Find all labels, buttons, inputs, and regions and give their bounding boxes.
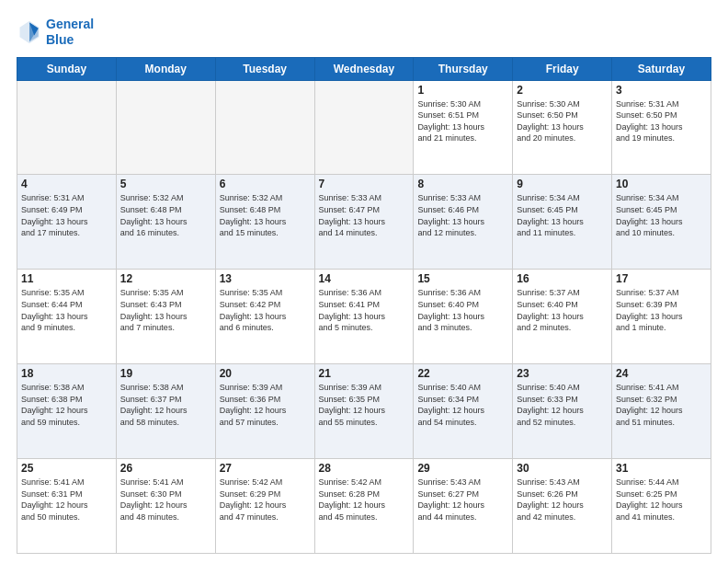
day-info: Sunrise: 5:35 AM Sunset: 6:44 PM Dayligh… (21, 287, 112, 333)
day-number: 2 (517, 84, 608, 97)
calendar-cell: 9Sunrise: 5:34 AM Sunset: 6:45 PM Daylig… (513, 175, 612, 270)
day-info: Sunrise: 5:31 AM Sunset: 6:49 PM Dayligh… (21, 192, 112, 238)
calendar-week-4: 18Sunrise: 5:38 AM Sunset: 6:38 PM Dayli… (17, 364, 711, 459)
day-info: Sunrise: 5:40 AM Sunset: 6:34 PM Dayligh… (417, 382, 508, 428)
day-info: Sunrise: 5:34 AM Sunset: 6:45 PM Dayligh… (517, 192, 608, 238)
day-info: Sunrise: 5:36 AM Sunset: 6:41 PM Dayligh… (319, 287, 410, 333)
calendar-week-2: 4Sunrise: 5:31 AM Sunset: 6:49 PM Daylig… (17, 175, 711, 270)
day-number: 19 (120, 367, 211, 380)
calendar-cell: 20Sunrise: 5:39 AM Sunset: 6:36 PM Dayli… (215, 364, 314, 459)
calendar-cell: 2Sunrise: 5:30 AM Sunset: 6:50 PM Daylig… (513, 80, 612, 175)
day-number: 14 (319, 272, 410, 285)
day-info: Sunrise: 5:41 AM Sunset: 6:32 PM Dayligh… (616, 382, 707, 428)
day-header-friday: Friday (513, 57, 612, 80)
day-info: Sunrise: 5:30 AM Sunset: 6:50 PM Dayligh… (517, 98, 608, 144)
day-info: Sunrise: 5:39 AM Sunset: 6:35 PM Dayligh… (319, 382, 410, 428)
day-number: 15 (417, 272, 508, 285)
day-header-thursday: Thursday (414, 57, 513, 80)
day-info: Sunrise: 5:38 AM Sunset: 6:37 PM Dayligh… (120, 382, 211, 428)
calendar-cell: 29Sunrise: 5:43 AM Sunset: 6:27 PM Dayli… (414, 459, 513, 554)
day-info: Sunrise: 5:35 AM Sunset: 6:42 PM Dayligh… (220, 287, 311, 333)
day-info: Sunrise: 5:34 AM Sunset: 6:45 PM Dayligh… (616, 192, 707, 238)
day-info: Sunrise: 5:31 AM Sunset: 6:50 PM Dayligh… (616, 98, 707, 144)
day-number: 30 (517, 462, 608, 475)
calendar-cell: 5Sunrise: 5:32 AM Sunset: 6:48 PM Daylig… (116, 175, 215, 270)
calendar-week-5: 25Sunrise: 5:41 AM Sunset: 6:31 PM Dayli… (17, 459, 711, 554)
day-number: 23 (517, 367, 608, 380)
calendar-cell: 3Sunrise: 5:31 AM Sunset: 6:50 PM Daylig… (612, 80, 711, 175)
header: General Blue (17, 17, 711, 48)
day-number: 6 (220, 178, 311, 190)
calendar-cell: 16Sunrise: 5:37 AM Sunset: 6:40 PM Dayli… (513, 270, 612, 364)
calendar-cell: 6Sunrise: 5:32 AM Sunset: 6:48 PM Daylig… (215, 175, 314, 270)
calendar-cell: 11Sunrise: 5:35 AM Sunset: 6:44 PM Dayli… (17, 270, 117, 364)
calendar-cell: 10Sunrise: 5:34 AM Sunset: 6:45 PM Dayli… (612, 175, 711, 270)
calendar-cell: 4Sunrise: 5:31 AM Sunset: 6:49 PM Daylig… (17, 175, 117, 270)
calendar-cell: 18Sunrise: 5:38 AM Sunset: 6:38 PM Dayli… (17, 364, 117, 459)
page: General Blue SundayMondayTuesdayWednesda… (0, 0, 728, 563)
day-info: Sunrise: 5:42 AM Sunset: 6:28 PM Dayligh… (319, 477, 410, 523)
day-number: 21 (319, 367, 410, 380)
calendar-cell: 28Sunrise: 5:42 AM Sunset: 6:28 PM Dayli… (314, 459, 414, 554)
day-number: 31 (616, 462, 707, 475)
day-number: 13 (220, 272, 311, 285)
day-info: Sunrise: 5:33 AM Sunset: 6:47 PM Dayligh… (319, 192, 410, 238)
day-info: Sunrise: 5:30 AM Sunset: 6:51 PM Dayligh… (417, 98, 508, 144)
day-number: 3 (616, 84, 707, 97)
day-info: Sunrise: 5:38 AM Sunset: 6:38 PM Dayligh… (21, 382, 112, 428)
calendar-cell: 23Sunrise: 5:40 AM Sunset: 6:33 PM Dayli… (513, 364, 612, 459)
day-number: 4 (21, 178, 112, 190)
calendar-cell: 24Sunrise: 5:41 AM Sunset: 6:32 PM Dayli… (612, 364, 711, 459)
logo: General Blue (17, 17, 94, 48)
day-info: Sunrise: 5:44 AM Sunset: 6:25 PM Dayligh… (616, 477, 707, 523)
calendar-cell (116, 80, 215, 175)
day-info: Sunrise: 5:35 AM Sunset: 6:43 PM Dayligh… (120, 287, 211, 333)
calendar-cell (314, 80, 414, 175)
day-info: Sunrise: 5:37 AM Sunset: 6:39 PM Dayligh… (616, 287, 707, 333)
day-number: 28 (319, 462, 410, 475)
calendar-cell: 13Sunrise: 5:35 AM Sunset: 6:42 PM Dayli… (215, 270, 314, 364)
calendar-cell (215, 80, 314, 175)
day-header-tuesday: Tuesday (215, 57, 314, 80)
day-number: 7 (319, 178, 410, 190)
day-info: Sunrise: 5:40 AM Sunset: 6:33 PM Dayligh… (517, 382, 608, 428)
calendar-header-row: SundayMondayTuesdayWednesdayThursdayFrid… (17, 57, 711, 80)
calendar-cell: 19Sunrise: 5:38 AM Sunset: 6:37 PM Dayli… (116, 364, 215, 459)
day-info: Sunrise: 5:33 AM Sunset: 6:46 PM Dayligh… (417, 192, 508, 238)
calendar-week-1: 1Sunrise: 5:30 AM Sunset: 6:51 PM Daylig… (17, 80, 711, 175)
day-info: Sunrise: 5:37 AM Sunset: 6:40 PM Dayligh… (517, 287, 608, 333)
day-number: 11 (21, 272, 112, 285)
calendar-cell: 30Sunrise: 5:43 AM Sunset: 6:26 PM Dayli… (513, 459, 612, 554)
day-header-sunday: Sunday (17, 57, 117, 80)
day-header-monday: Monday (116, 57, 215, 80)
day-number: 17 (616, 272, 707, 285)
logo-icon (17, 19, 42, 45)
day-header-wednesday: Wednesday (314, 57, 414, 80)
day-header-saturday: Saturday (612, 57, 711, 80)
calendar-week-3: 11Sunrise: 5:35 AM Sunset: 6:44 PM Dayli… (17, 270, 711, 364)
calendar-cell: 21Sunrise: 5:39 AM Sunset: 6:35 PM Dayli… (314, 364, 414, 459)
calendar-cell: 12Sunrise: 5:35 AM Sunset: 6:43 PM Dayli… (116, 270, 215, 364)
day-info: Sunrise: 5:39 AM Sunset: 6:36 PM Dayligh… (220, 382, 311, 428)
calendar-cell: 31Sunrise: 5:44 AM Sunset: 6:25 PM Dayli… (612, 459, 711, 554)
day-number: 12 (120, 272, 211, 285)
day-info: Sunrise: 5:41 AM Sunset: 6:30 PM Dayligh… (120, 477, 211, 523)
calendar-cell: 14Sunrise: 5:36 AM Sunset: 6:41 PM Dayli… (314, 270, 414, 364)
calendar-cell: 26Sunrise: 5:41 AM Sunset: 6:30 PM Dayli… (116, 459, 215, 554)
day-number: 8 (417, 178, 508, 190)
calendar-cell: 1Sunrise: 5:30 AM Sunset: 6:51 PM Daylig… (414, 80, 513, 175)
day-number: 24 (616, 367, 707, 380)
day-info: Sunrise: 5:32 AM Sunset: 6:48 PM Dayligh… (120, 192, 211, 238)
day-number: 27 (220, 462, 311, 475)
day-info: Sunrise: 5:43 AM Sunset: 6:27 PM Dayligh… (417, 477, 508, 523)
day-number: 18 (21, 367, 112, 380)
calendar-cell: 22Sunrise: 5:40 AM Sunset: 6:34 PM Dayli… (414, 364, 513, 459)
day-number: 20 (220, 367, 311, 380)
day-number: 1 (417, 84, 508, 97)
calendar-cell (17, 80, 117, 175)
day-info: Sunrise: 5:42 AM Sunset: 6:29 PM Dayligh… (220, 477, 311, 523)
day-number: 9 (517, 178, 608, 190)
calendar-table: SundayMondayTuesdayWednesdayThursdayFrid… (17, 57, 711, 554)
day-number: 25 (21, 462, 112, 475)
logo-text: General Blue (46, 17, 94, 48)
